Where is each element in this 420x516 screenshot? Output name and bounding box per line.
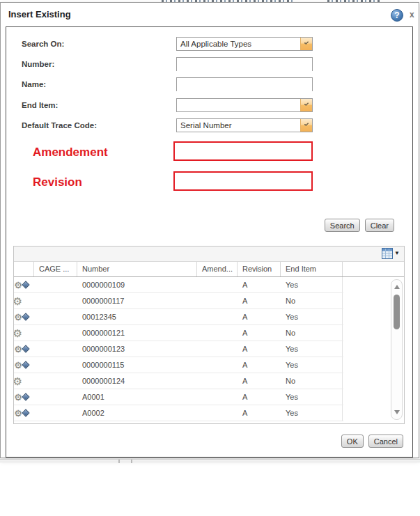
cell-revision: A [238, 357, 281, 373]
table-row[interactable]: ⚙ 00012345 A Yes [14, 309, 404, 325]
default-trace-code-dropdown-trigger[interactable] [300, 119, 312, 132]
end-item-diamond-icon [22, 345, 29, 352]
results-table: ▼ CAGE ...NumberAmend...RevisionEnd Item… [13, 246, 405, 424]
cell-end-item: Yes [281, 405, 343, 421]
table-header-cell[interactable] [14, 262, 34, 276]
table-row[interactable]: ⚙ 0000000115 A Yes [14, 357, 404, 373]
search-button[interactable]: Search [325, 219, 360, 232]
clear-button[interactable]: Clear [365, 219, 394, 232]
table-row[interactable]: ⚙ 0000000109 A Yes [14, 277, 404, 293]
help-icon[interactable]: ? [391, 9, 403, 22]
amendment-label: Amendement [33, 146, 108, 159]
default-trace-code-label: Default Trace Code: [22, 120, 97, 130]
search-on-select[interactable]: All Applicable Types [176, 37, 313, 51]
cell-amendment [197, 277, 238, 293]
cell-revision: A [238, 341, 281, 357]
caret-down-icon: ▼ [394, 251, 400, 256]
cell-cage [34, 405, 77, 421]
table-header-cell[interactable]: CAGE ... [34, 262, 77, 276]
end-item-label: End Item: [22, 100, 58, 110]
search-on-label: Search On: [22, 39, 64, 49]
cell-revision: A [238, 309, 281, 325]
cell-end-item: No [281, 325, 343, 341]
number-label: Number: [22, 59, 54, 69]
cell-number: 0000000123 [77, 341, 197, 357]
cell-number: 0000000124 [77, 373, 197, 389]
name-input[interactable] [177, 79, 312, 91]
cell-cage [34, 309, 77, 325]
dialog-content-panel: Search On: All Applicable Types Number: … [6, 26, 413, 458]
table-header-row: CAGE ...NumberAmend...RevisionEnd Item [14, 262, 404, 277]
dialog-titlebar: Insert Existing ? x [1, 3, 419, 26]
amendment-input[interactable] [175, 143, 311, 159]
background-window-tick [118, 460, 120, 463]
cell-amendment [197, 389, 238, 405]
cell-end-item: No [281, 373, 343, 389]
scroll-down-icon[interactable] [394, 410, 400, 414]
end-item-diamond-icon [22, 281, 29, 288]
chevron-down-icon [304, 121, 309, 126]
end-item-diamond-icon [22, 313, 29, 320]
cell-revision: A [238, 277, 281, 293]
cell-cage [34, 293, 77, 309]
cell-end-item: Yes [281, 341, 343, 357]
footer-button-bar: OK Cancel [341, 435, 403, 448]
number-field-wrap [176, 57, 313, 71]
cell-number: 0000000109 [77, 277, 197, 293]
revision-input[interactable] [175, 173, 311, 189]
ok-button[interactable]: OK [341, 435, 364, 448]
end-item-dropdown-trigger[interactable] [300, 99, 312, 111]
end-item-diamond-icon [22, 409, 29, 416]
cell-cage [34, 325, 77, 341]
cell-cage [34, 277, 77, 293]
table-row[interactable]: ⚙ 0000000117 A No [14, 293, 404, 309]
cell-amendment [197, 357, 238, 373]
table-header-cell[interactable]: Amend... [197, 262, 238, 276]
table-header-cell[interactable] [343, 262, 404, 276]
table-row[interactable]: ⚙ A0002 A Yes [14, 405, 404, 421]
table-header-cell[interactable]: End Item [281, 262, 343, 276]
vertical-scrollbar[interactable] [391, 279, 403, 420]
close-icon[interactable]: x [410, 10, 414, 19]
cell-end-item: Yes [281, 389, 343, 405]
cell-number: 0000000115 [77, 357, 197, 373]
gear-icon: ⚙ [14, 295, 22, 308]
default-trace-code-select[interactable]: Serial Number [176, 118, 313, 132]
cell-number: 0000000121 [77, 325, 197, 341]
cell-end-item: Yes [281, 309, 343, 325]
cell-amendment [197, 309, 238, 325]
table-header-cell[interactable]: Revision [238, 262, 281, 276]
end-item-select[interactable] [176, 98, 313, 112]
search-on-dropdown-trigger[interactable] [300, 38, 312, 50]
cell-cage [34, 357, 77, 373]
gear-icon: ⚙ [14, 280, 22, 290]
cell-cage [34, 389, 77, 405]
scroll-up-icon[interactable] [394, 285, 400, 289]
number-input[interactable] [177, 58, 312, 71]
cell-revision: A [238, 325, 281, 341]
amendment-field-wrap [173, 141, 313, 161]
cell-number: 00012345 [77, 309, 197, 325]
cell-number: A0001 [77, 389, 197, 405]
cell-end-item: No [281, 293, 343, 309]
cell-amendment [197, 341, 238, 357]
cancel-button[interactable]: Cancel [368, 435, 403, 448]
gear-icon: ⚙ [14, 327, 22, 340]
revision-field-wrap [173, 171, 313, 191]
cell-amendment [197, 405, 238, 421]
end-item-diamond-icon [22, 393, 29, 400]
cell-number: 0000000117 [77, 293, 197, 309]
chevron-down-icon [304, 101, 309, 106]
cell-revision: A [238, 389, 281, 405]
table-header-cell[interactable]: Number [77, 262, 197, 276]
cell-revision: A [238, 293, 281, 309]
table-toolbar: ▼ [14, 247, 404, 262]
table-row[interactable]: ⚙ 0000000123 A Yes [14, 341, 404, 357]
name-label: Name: [22, 79, 46, 89]
table-row[interactable]: ⚙ A0001 A Yes [14, 389, 404, 405]
table-row[interactable]: ⚙ 0000000124 A No [14, 373, 404, 389]
scrollbar-thumb[interactable] [394, 295, 400, 329]
cell-end-item: Yes [281, 277, 343, 293]
table-row[interactable]: ⚙ 0000000121 A No [14, 325, 404, 341]
column-picker-button[interactable]: ▼ [382, 248, 400, 259]
